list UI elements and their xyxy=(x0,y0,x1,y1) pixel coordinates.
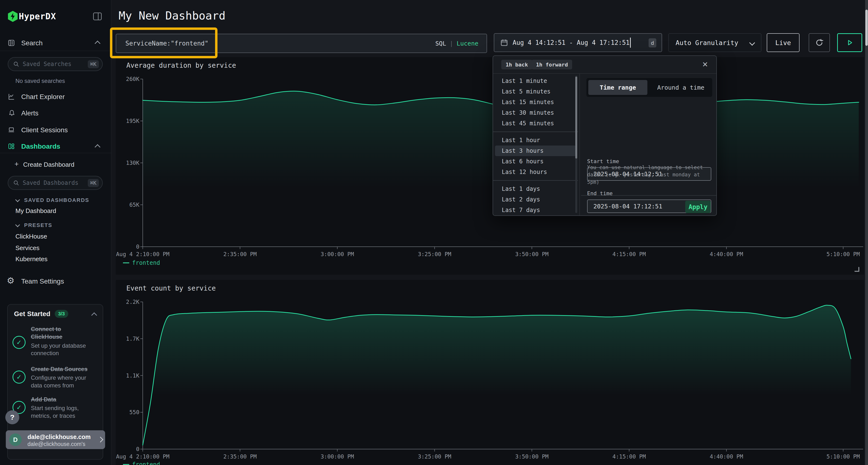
get-started-item-title: Connect to ClickHouse xyxy=(31,325,92,341)
text-cursor xyxy=(630,38,631,48)
saved-searches-input[interactable]: Saved Searches ⌘K xyxy=(8,57,103,71)
quick-range-last-45-minutes[interactable]: Last 45 minutes xyxy=(493,118,578,129)
quick-range-last-14-days[interactable]: Last 14 days xyxy=(493,215,578,216)
shift-forward-button[interactable]: 1h forward xyxy=(532,60,572,69)
refresh-button[interactable] xyxy=(809,33,830,52)
saved-dashboards-input[interactable]: Saved Dashboards ⌘K xyxy=(8,176,103,190)
quick-range-last-3-hours[interactable]: Last 3 hours xyxy=(495,145,576,156)
live-button[interactable]: Live xyxy=(767,33,800,52)
sidebar-item-alerts[interactable]: Alerts xyxy=(0,107,111,119)
time-mode-tabs: Time range Around a time xyxy=(586,78,712,97)
chevron-down-icon xyxy=(749,40,755,45)
list-divider xyxy=(493,180,578,181)
quick-range-last-6-hours[interactable]: Last 6 hours xyxy=(493,156,578,167)
sidebar-item-clickhouse[interactable]: ClickHouse xyxy=(16,233,47,240)
saved-dashboards-placeholder: Saved Dashboards xyxy=(23,179,88,186)
sidebar-item-team-settings[interactable]: ⚙ Team Settings xyxy=(0,275,111,288)
gear-icon: ⚙ xyxy=(7,276,14,286)
team-settings-label: Team Settings xyxy=(21,277,64,285)
get-started-item[interactable]: ✓ Connect to ClickHouse Set up your data… xyxy=(12,325,98,357)
shortcut-badge: ⌘K xyxy=(88,60,99,68)
time-range-value: Aug 4 14:12:51 - Aug 4 17:12:51 xyxy=(513,39,629,46)
chevron-right-icon xyxy=(97,437,103,442)
user-menu[interactable]: D dale@clickhouse.com dale@clickhouse.co… xyxy=(6,430,105,449)
search-section-icon xyxy=(8,39,15,46)
d-shortcut-badge: d xyxy=(649,38,656,47)
quick-range-last-1-days[interactable]: Last 1 days xyxy=(493,184,578,194)
sidebar-item-kubernetes[interactable]: Kubernetes xyxy=(16,255,48,263)
quick-range-last-15-minutes[interactable]: Last 15 minutes xyxy=(493,97,578,107)
tab-around-a-time[interactable]: Around a time xyxy=(651,80,710,95)
close-icon[interactable]: ✕ xyxy=(702,60,708,69)
brand-name: HyperDX xyxy=(19,11,56,21)
legend-series-label: frontend xyxy=(132,461,160,465)
create-dashboard-button[interactable]: + Create Dashboard xyxy=(0,159,111,170)
quick-range-last-5-minutes[interactable]: Last 5 minutes xyxy=(493,86,578,97)
sidebar-item-chart-explorer[interactable]: Chart Explorer xyxy=(0,91,111,103)
chart-title: Average duration by service xyxy=(126,61,236,69)
resize-handle-icon[interactable] xyxy=(855,267,859,272)
apply-button[interactable]: Apply xyxy=(685,201,711,213)
scrollbar-thumb[interactable] xyxy=(575,77,577,159)
quick-range-last-7-days[interactable]: Last 7 days xyxy=(493,205,578,215)
quick-range-last-1-minute[interactable]: Last 1 minute xyxy=(493,76,578,86)
search-icon xyxy=(13,61,19,67)
calendar-icon xyxy=(500,38,508,47)
time-range-input[interactable]: Aug 4 14:12:51 - Aug 4 17:12:51 d xyxy=(494,33,662,52)
sidebar-item-client-sessions[interactable]: Client Sessions xyxy=(0,124,111,136)
saved-searches-placeholder: Saved Searches xyxy=(23,61,88,67)
hyperdx-logo-icon xyxy=(7,10,18,22)
granularity-select[interactable]: Auto Granularity xyxy=(669,33,762,52)
chart-explorer-label: Chart Explorer xyxy=(21,93,65,101)
quick-range-last-1-hour[interactable]: Last 1 hour xyxy=(493,135,578,145)
presets-header-label: PRESETS xyxy=(24,222,52,228)
alerts-label: Alerts xyxy=(21,109,38,117)
chart-card-avg-duration[interactable]: Average duration by service frontend xyxy=(116,57,864,275)
legend-line-swatch xyxy=(123,262,129,263)
start-time-label: Start time xyxy=(587,158,619,164)
legend-line-swatch xyxy=(123,464,129,465)
get-started-item[interactable]: ✓ Add Data Start sending logs, metrics, … xyxy=(12,396,98,420)
chevron-up-icon xyxy=(94,144,100,150)
collapse-sidebar-icon[interactable] xyxy=(93,12,102,21)
check-circle-icon: ✓ xyxy=(12,371,26,384)
tab-time-range[interactable]: Time range xyxy=(588,80,647,95)
run-query-button[interactable] xyxy=(837,33,862,52)
saved-dashboards-section-header[interactable]: SAVED DASHBOARDS xyxy=(0,197,111,205)
chart-explorer-icon xyxy=(8,93,15,100)
quick-range-last-30-minutes[interactable]: Last 30 minutes xyxy=(493,107,578,118)
query-input[interactable]: ServiceName:"frontend" SQL | Lucene xyxy=(116,34,487,53)
get-started-item[interactable]: ✓ Create Data Sources Configure where yo… xyxy=(12,365,98,389)
chart-card-event-count[interactable]: Event count by service frontend xyxy=(116,280,864,465)
client-sessions-label: Client Sessions xyxy=(21,126,68,134)
get-started-item-title: Create Data Sources xyxy=(31,365,92,373)
help-label: ? xyxy=(10,413,14,421)
presets-section-header[interactable]: PRESETS xyxy=(0,222,111,230)
saved-dashboards-header-label: SAVED DASHBOARDS xyxy=(24,197,89,203)
shift-back-button[interactable]: 1h back xyxy=(501,60,532,69)
help-button[interactable]: ? xyxy=(5,410,19,424)
get-started-item-desc: Configure where your data comes from xyxy=(31,374,92,389)
quick-range-last-2-days[interactable]: Last 2 days xyxy=(493,194,578,205)
sidebar-item-dashboards[interactable]: Dashboards xyxy=(0,141,111,152)
chevron-down-icon xyxy=(15,222,20,227)
granularity-value: Auto Granularity xyxy=(676,39,738,46)
get-started-item-desc: Start sending logs, metrics, or traces xyxy=(31,404,92,419)
check-circle-icon: ✓ xyxy=(12,336,26,349)
refresh-icon xyxy=(815,38,824,47)
sidebar-item-my-dashboard[interactable]: My Dashboard xyxy=(16,207,56,215)
window-scrollbar-thumb[interactable] xyxy=(865,10,868,46)
window-scrollbar[interactable] xyxy=(865,0,868,465)
chevron-down-icon xyxy=(15,197,20,202)
legend-series-label: frontend xyxy=(132,260,160,266)
sql-toggle[interactable]: SQL xyxy=(435,40,446,47)
sidebar-item-search[interactable]: Search xyxy=(0,36,111,50)
list-divider xyxy=(493,132,578,132)
dashboards-icon xyxy=(8,143,15,150)
lucene-toggle[interactable]: Lucene xyxy=(457,40,478,47)
chevron-up-icon[interactable] xyxy=(91,312,97,318)
user-sub-text: dale@clickhouse.com's xyxy=(28,441,95,447)
time-picker-popover: 1h back 1h forward ✕ Last 1 minuteLast 5… xyxy=(493,56,717,216)
quick-range-last-12-hours[interactable]: Last 12 hours xyxy=(493,167,578,177)
sidebar-item-services[interactable]: Services xyxy=(16,244,39,252)
